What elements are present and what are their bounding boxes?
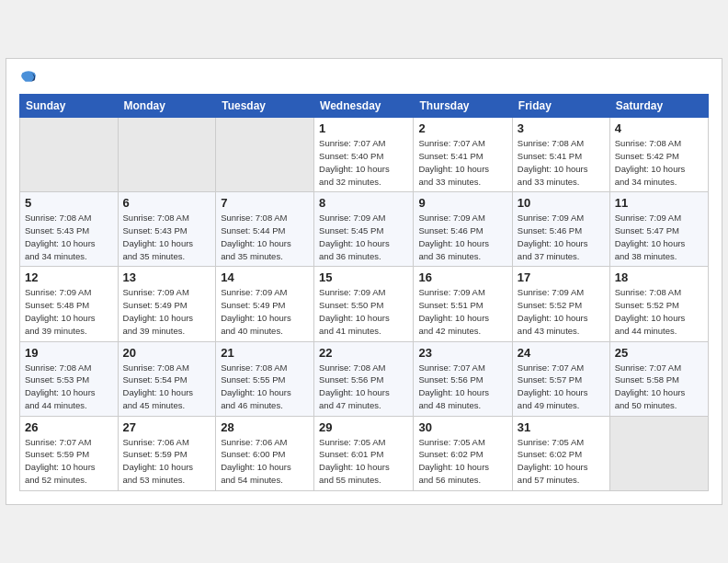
- day-number: 7: [221, 196, 309, 210]
- calendar-cell: [118, 118, 216, 192]
- calendar-cell: 9Sunrise: 7:09 AM Sunset: 5:46 PM Daylig…: [414, 192, 512, 267]
- calendar-cell: 29Sunrise: 7:05 AM Sunset: 6:01 PM Dayli…: [314, 416, 414, 490]
- calendar-cell: 23Sunrise: 7:07 AM Sunset: 5:56 PM Dayli…: [414, 341, 512, 416]
- day-info: Sunrise: 7:07 AM Sunset: 5:59 PM Dayligh…: [25, 436, 113, 487]
- calendar-cell: 31Sunrise: 7:05 AM Sunset: 6:02 PM Dayli…: [512, 416, 609, 490]
- day-info: Sunrise: 7:07 AM Sunset: 5:57 PM Dayligh…: [518, 362, 605, 412]
- calendar-cell: 2Sunrise: 7:07 AM Sunset: 5:41 PM Daylig…: [414, 118, 512, 192]
- day-number: 28: [221, 420, 309, 434]
- week-row-2: 5Sunrise: 7:08 AM Sunset: 5:43 PM Daylig…: [20, 192, 709, 267]
- weekday-header-wednesday: Wednesday: [314, 95, 414, 118]
- calendar-cell: 24Sunrise: 7:07 AM Sunset: 5:57 PM Dayli…: [512, 341, 609, 416]
- day-info: Sunrise: 7:09 AM Sunset: 5:45 PM Dayligh…: [319, 212, 408, 262]
- day-number: 1: [319, 121, 408, 135]
- day-info: Sunrise: 7:09 AM Sunset: 5:52 PM Dayligh…: [518, 286, 605, 337]
- calendar-cell: 12Sunrise: 7:09 AM Sunset: 5:48 PM Dayli…: [20, 267, 119, 341]
- day-info: Sunrise: 7:08 AM Sunset: 5:55 PM Dayligh…: [221, 362, 309, 412]
- day-number: 4: [615, 121, 703, 135]
- calendar-cell: [609, 416, 708, 490]
- calendar-cell: 14Sunrise: 7:09 AM Sunset: 5:49 PM Dayli…: [216, 267, 314, 341]
- week-row-3: 12Sunrise: 7:09 AM Sunset: 5:48 PM Dayli…: [20, 267, 709, 341]
- day-number: 27: [123, 420, 211, 434]
- day-number: 20: [123, 346, 211, 360]
- day-number: 23: [418, 346, 506, 360]
- day-info: Sunrise: 7:09 AM Sunset: 5:49 PM Dayligh…: [123, 286, 211, 337]
- calendar-cell: 18Sunrise: 7:08 AM Sunset: 5:52 PM Dayli…: [609, 267, 708, 341]
- calendar-cell: 15Sunrise: 7:09 AM Sunset: 5:50 PM Dayli…: [314, 267, 414, 341]
- day-info: Sunrise: 7:08 AM Sunset: 5:53 PM Dayligh…: [25, 362, 113, 412]
- calendar-cell: 17Sunrise: 7:09 AM Sunset: 5:52 PM Dayli…: [512, 267, 609, 341]
- calendar-cell: 20Sunrise: 7:08 AM Sunset: 5:54 PM Dayli…: [118, 341, 216, 416]
- calendar-cell: 10Sunrise: 7:09 AM Sunset: 5:46 PM Dayli…: [512, 192, 609, 267]
- day-number: 8: [319, 196, 408, 210]
- calendar-cell: [216, 118, 314, 192]
- weekday-header-friday: Friday: [512, 95, 609, 118]
- day-number: 12: [25, 270, 113, 284]
- calendar-cell: 1Sunrise: 7:07 AM Sunset: 5:40 PM Daylig…: [314, 118, 414, 192]
- weekday-header-saturday: Saturday: [609, 95, 708, 118]
- day-number: 11: [615, 196, 703, 210]
- calendar-cell: 26Sunrise: 7:07 AM Sunset: 5:59 PM Dayli…: [20, 416, 119, 490]
- day-number: 25: [615, 346, 703, 360]
- day-info: Sunrise: 7:08 AM Sunset: 5:41 PM Dayligh…: [518, 137, 605, 188]
- day-info: Sunrise: 7:06 AM Sunset: 5:59 PM Dayligh…: [123, 436, 211, 487]
- calendar-container: SundayMondayTuesdayWednesdayThursdayFrid…: [6, 58, 722, 504]
- day-number: 5: [25, 196, 113, 210]
- day-number: 9: [418, 196, 506, 210]
- day-info: Sunrise: 7:06 AM Sunset: 6:00 PM Dayligh…: [221, 436, 309, 487]
- day-info: Sunrise: 7:07 AM Sunset: 5:58 PM Dayligh…: [615, 362, 703, 412]
- day-number: 2: [418, 121, 506, 135]
- day-number: 19: [25, 346, 113, 360]
- calendar-cell: 30Sunrise: 7:05 AM Sunset: 6:02 PM Dayli…: [414, 416, 512, 490]
- calendar-cell: 16Sunrise: 7:09 AM Sunset: 5:51 PM Dayli…: [414, 267, 512, 341]
- weekday-header-sunday: Sunday: [20, 95, 119, 118]
- day-number: 13: [123, 270, 211, 284]
- weekday-header-row: SundayMondayTuesdayWednesdayThursdayFrid…: [20, 95, 709, 118]
- week-row-5: 26Sunrise: 7:07 AM Sunset: 5:59 PM Dayli…: [20, 416, 709, 490]
- calendar-cell: 27Sunrise: 7:06 AM Sunset: 5:59 PM Dayli…: [118, 416, 216, 490]
- day-info: Sunrise: 7:05 AM Sunset: 6:02 PM Dayligh…: [518, 436, 605, 487]
- week-row-4: 19Sunrise: 7:08 AM Sunset: 5:53 PM Dayli…: [20, 341, 709, 416]
- logo-icon: [19, 68, 38, 86]
- day-info: Sunrise: 7:08 AM Sunset: 5:42 PM Dayligh…: [615, 137, 703, 188]
- day-number: 31: [518, 420, 605, 434]
- calendar-cell: 7Sunrise: 7:08 AM Sunset: 5:44 PM Daylig…: [216, 192, 314, 267]
- day-info: Sunrise: 7:08 AM Sunset: 5:56 PM Dayligh…: [319, 362, 408, 412]
- day-number: 26: [25, 420, 113, 434]
- calendar-cell: 25Sunrise: 7:07 AM Sunset: 5:58 PM Dayli…: [609, 341, 708, 416]
- calendar-cell: 6Sunrise: 7:08 AM Sunset: 5:43 PM Daylig…: [118, 192, 216, 267]
- week-row-1: 1Sunrise: 7:07 AM Sunset: 5:40 PM Daylig…: [20, 118, 709, 192]
- day-info: Sunrise: 7:07 AM Sunset: 5:40 PM Dayligh…: [319, 137, 408, 188]
- calendar-cell: 4Sunrise: 7:08 AM Sunset: 5:42 PM Daylig…: [609, 118, 708, 192]
- day-number: 24: [518, 346, 605, 360]
- header: [19, 68, 709, 86]
- day-info: Sunrise: 7:08 AM Sunset: 5:54 PM Dayligh…: [123, 362, 211, 412]
- day-info: Sunrise: 7:09 AM Sunset: 5:48 PM Dayligh…: [25, 286, 113, 337]
- day-number: 21: [221, 346, 309, 360]
- day-number: 6: [123, 196, 211, 210]
- day-number: 16: [418, 270, 506, 284]
- day-info: Sunrise: 7:09 AM Sunset: 5:51 PM Dayligh…: [418, 286, 506, 337]
- day-number: 30: [418, 420, 506, 434]
- calendar-cell: [20, 118, 119, 192]
- day-info: Sunrise: 7:07 AM Sunset: 5:56 PM Dayligh…: [418, 362, 506, 412]
- calendar-cell: 5Sunrise: 7:08 AM Sunset: 5:43 PM Daylig…: [20, 192, 119, 267]
- calendar-cell: 8Sunrise: 7:09 AM Sunset: 5:45 PM Daylig…: [314, 192, 414, 267]
- day-number: 10: [518, 196, 605, 210]
- day-info: Sunrise: 7:09 AM Sunset: 5:50 PM Dayligh…: [319, 286, 408, 337]
- calendar-cell: 21Sunrise: 7:08 AM Sunset: 5:55 PM Dayli…: [216, 341, 314, 416]
- day-info: Sunrise: 7:05 AM Sunset: 6:01 PM Dayligh…: [319, 436, 408, 487]
- calendar-cell: 11Sunrise: 7:09 AM Sunset: 5:47 PM Dayli…: [609, 192, 708, 267]
- calendar-cell: 3Sunrise: 7:08 AM Sunset: 5:41 PM Daylig…: [512, 118, 609, 192]
- day-info: Sunrise: 7:08 AM Sunset: 5:43 PM Dayligh…: [123, 212, 211, 262]
- day-info: Sunrise: 7:09 AM Sunset: 5:46 PM Dayligh…: [418, 212, 506, 262]
- day-number: 29: [319, 420, 408, 434]
- calendar-cell: 22Sunrise: 7:08 AM Sunset: 5:56 PM Dayli…: [314, 341, 414, 416]
- day-info: Sunrise: 7:08 AM Sunset: 5:44 PM Dayligh…: [221, 212, 309, 262]
- calendar-cell: 13Sunrise: 7:09 AM Sunset: 5:49 PM Dayli…: [118, 267, 216, 341]
- day-number: 15: [319, 270, 408, 284]
- day-info: Sunrise: 7:05 AM Sunset: 6:02 PM Dayligh…: [418, 436, 506, 487]
- weekday-header-monday: Monday: [118, 95, 216, 118]
- day-info: Sunrise: 7:07 AM Sunset: 5:41 PM Dayligh…: [418, 137, 506, 188]
- weekday-header-thursday: Thursday: [414, 95, 512, 118]
